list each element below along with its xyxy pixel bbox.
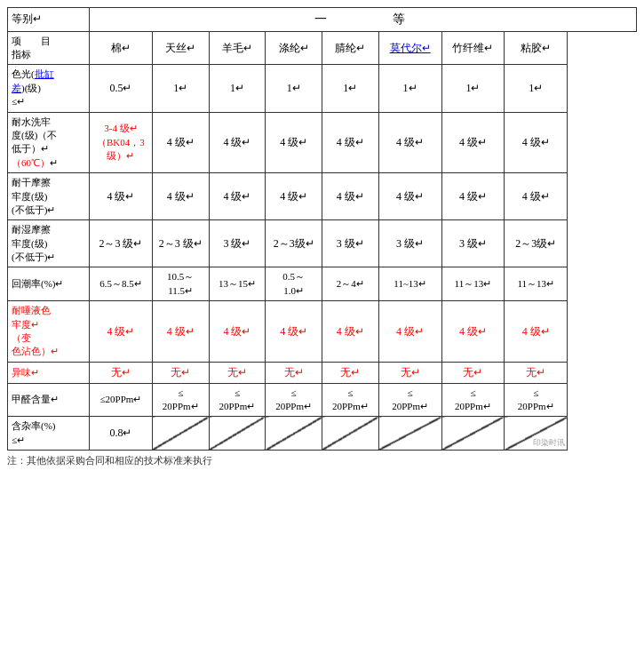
col-modal: 莫代尔↵ — [378, 31, 441, 65]
cell-saliva-viscose: 4 级↵ — [505, 301, 568, 363]
row-color: 色光(批缸差)(级)≤↵ 0.5↵ 1↵ 1↵ 1↵ 1↵ 1↵ 1↵ 1↵ — [8, 65, 637, 112]
cell-form-dilun: ≤20PPm↵ — [266, 383, 322, 417]
row-impurity: 含杂率(%)≤↵ 0.8↵ 印染时讯 — [8, 417, 637, 451]
col-jilun: 腈纶↵ — [322, 31, 378, 65]
cell-color-modal: 1↵ — [378, 65, 441, 112]
cell-odor-jilun: 无↵ — [322, 362, 378, 383]
cell-saliva-mian: 4 级↵ — [90, 301, 153, 363]
cell-odor-mian: 无↵ — [90, 362, 153, 383]
cell-saliva-yangmao: 4 级↵ — [209, 301, 266, 363]
col-yangmao: 羊毛↵ — [209, 31, 266, 65]
row-dry-rub: 耐干摩擦牢度(级)(不低于)↵ 4 级↵ 4 级↵ 4 级↵ 4 级↵ 4 级↵… — [8, 173, 637, 220]
cell-dryrub-bamboo: 4 级↵ — [441, 173, 505, 220]
cell-wetrub-tiansi: 2～3 级↵ — [152, 220, 209, 267]
cell-moisture-modal: 11~13↵ — [378, 267, 441, 301]
cell-imp-jilun — [322, 417, 378, 451]
cell-color-mian: 0.5↵ — [90, 65, 153, 112]
cell-moisture-jilun: 2～4↵ — [322, 267, 378, 301]
cell-color-dilun: 1↵ — [266, 65, 322, 112]
cell-odor-dilun: 无↵ — [266, 362, 322, 383]
cell-moisture-dilun: 0.5～1.0↵ — [266, 267, 322, 301]
cell-wetrub-yangmao: 3 级↵ — [209, 220, 266, 267]
cell-wash-viscose: 4 级↵ — [505, 112, 568, 173]
cell-moisture-yangmao: 13～15↵ — [209, 267, 266, 301]
row-label-wash: 耐水洗牢度(级)（不低于）↵（60℃）↵ — [8, 112, 90, 173]
row-label-dry-rub: 耐干摩擦牢度(级)(不低于)↵ — [8, 173, 90, 220]
cell-saliva-bamboo: 4 级↵ — [441, 301, 505, 363]
cell-imp-viscose: 印染时讯 — [505, 417, 568, 451]
row-label-odor: 异味↵ — [8, 362, 90, 383]
cell-moisture-tiansi: 10.5～11.5↵ — [152, 267, 209, 301]
cell-imp-yangmao — [209, 417, 266, 451]
grade-label: 等别↵ — [8, 8, 90, 32]
cell-color-tiansi: 1↵ — [152, 65, 209, 112]
cell-odor-yangmao: 无↵ — [209, 362, 266, 383]
row-formaldehyde: 甲醛含量↵ ≤20PPm↵ ≤20PPm↵ ≤20PPm↵ ≤20PPm↵ ≤2… — [8, 383, 637, 417]
cell-imp-modal — [378, 417, 441, 451]
column-header-row: 项 目指标 棉↵ 天丝↵ 羊毛↵ 涤纶↵ 腈纶↵ 莫代尔↵ 竹纤维↵ 粘胶↵ — [8, 31, 637, 65]
cell-saliva-jilun: 4 级↵ — [322, 301, 378, 363]
cell-form-jilun: ≤20PPm↵ — [322, 383, 378, 417]
cell-wash-bamboo: 4 级↵ — [441, 112, 505, 173]
cell-form-mian: ≤20PPm↵ — [90, 383, 153, 417]
cell-moisture-bamboo: 11～13↵ — [441, 267, 505, 301]
cell-odor-viscose: 无↵ — [505, 362, 568, 383]
cell-wash-mian: 3-4 级↵（BK04，3级）↵ — [90, 112, 153, 173]
link-pigan[interactable]: 批缸差 — [12, 68, 54, 92]
cell-color-viscose: 1↵ — [505, 65, 568, 112]
row-odor: 异味↵ 无↵ 无↵ 无↵ 无↵ 无↵ 无↵ 无↵ 无↵ — [8, 362, 637, 383]
col-bamboo: 竹纤维↵ — [441, 31, 505, 65]
cell-wash-tiansi: 4 级↵ — [152, 112, 209, 173]
cell-color-yangmao: 1↵ — [209, 65, 266, 112]
table-container: 等别↵ 一 等 项 目指标 棉↵ 天丝↵ 羊毛↵ 涤纶↵ 腈纶↵ 莫代尔↵ 竹纤… — [7, 7, 637, 467]
row-label-formaldehyde: 甲醛含量↵ — [8, 383, 90, 417]
row-label-moisture: 回潮率(%)↵ — [8, 267, 90, 301]
row-label-wet-rub: 耐湿摩擦牢度(级)(不低于)↵ — [8, 220, 90, 267]
cell-form-modal: ≤20PPm↵ — [378, 383, 441, 417]
cell-saliva-tiansi: 4 级↵ — [152, 301, 209, 363]
row-label-color: 色光(批缸差)(级)≤↵ — [8, 65, 90, 112]
cell-odor-tiansi: 无↵ — [152, 362, 209, 383]
cell-wetrub-mian: 2～3 级↵ — [90, 220, 153, 267]
cell-wash-dilun: 4 级↵ — [266, 112, 322, 173]
cell-moisture-mian: 6.5～8.5↵ — [90, 267, 153, 301]
cell-form-tiansi: ≤20PPm↵ — [152, 383, 209, 417]
cell-form-viscose: ≤20PPm↵ — [505, 383, 568, 417]
cell-wetrub-bamboo: 3 级↵ — [441, 220, 505, 267]
data-table: 等别↵ 一 等 项 目指标 棉↵ 天丝↵ 羊毛↵ 涤纶↵ 腈纶↵ 莫代尔↵ 竹纤… — [7, 7, 637, 451]
cell-odor-bamboo: 无↵ — [441, 362, 505, 383]
cell-dryrub-dilun: 4 级↵ — [266, 173, 322, 220]
row-label-impurity: 含杂率(%)≤↵ — [8, 417, 90, 451]
cell-imp-dilun — [266, 417, 322, 451]
row-label-saliva: 耐唾液色牢度↵（变色沾色）↵ — [8, 301, 90, 363]
cell-wetrub-dilun: 2～3级↵ — [266, 220, 322, 267]
cell-dryrub-jilun: 4 级↵ — [322, 173, 378, 220]
title-row: 等别↵ 一 等 — [8, 8, 637, 32]
grade-title: 一 等 — [90, 8, 637, 32]
cell-form-yangmao: ≤20PPm↵ — [209, 383, 266, 417]
cell-wash-jilun: 4 级↵ — [322, 112, 378, 173]
row-wash: 耐水洗牢度(级)（不低于）↵（60℃）↵ 3-4 级↵（BK04，3级）↵ 4 … — [8, 112, 637, 173]
cell-color-jilun: 1↵ — [322, 65, 378, 112]
col-dilun: 涤纶↵ — [266, 31, 322, 65]
cell-dryrub-tiansi: 4 级↵ — [152, 173, 209, 220]
cell-wetrub-jilun: 3 级↵ — [322, 220, 378, 267]
row-saliva: 耐唾液色牢度↵（变色沾色）↵ 4 级↵ 4 级↵ 4 级↵ 4 级↵ 4 级↵ … — [8, 301, 637, 363]
index-header: 项 目指标 — [8, 31, 90, 65]
cell-moisture-viscose: 11～13↵ — [505, 267, 568, 301]
cell-dryrub-mian: 4 级↵ — [90, 173, 153, 220]
cell-dryrub-modal: 4 级↵ — [378, 173, 441, 220]
cell-imp-tiansi — [152, 417, 209, 451]
cell-odor-modal: 无↵ — [378, 362, 441, 383]
cell-wash-yangmao: 4 级↵ — [209, 112, 266, 173]
cell-saliva-dilun: 4 级↵ — [266, 301, 322, 363]
cell-wetrub-viscose: 2～3级↵ — [505, 220, 568, 267]
cell-wetrub-modal: 3 级↵ — [378, 220, 441, 267]
cell-color-bamboo: 1↵ — [441, 65, 505, 112]
row-wet-rub: 耐湿摩擦牢度(级)(不低于)↵ 2～3 级↵ 2～3 级↵ 3 级↵ 2～3级↵… — [8, 220, 637, 267]
watermark-label: 印染时讯 — [533, 437, 565, 449]
cell-dryrub-yangmao: 4 级↵ — [209, 173, 266, 220]
cell-wash-modal: 4 级↵ — [378, 112, 441, 173]
cell-imp-mian: 0.8↵ — [90, 417, 153, 451]
col-tiansi: 天丝↵ — [152, 31, 209, 65]
